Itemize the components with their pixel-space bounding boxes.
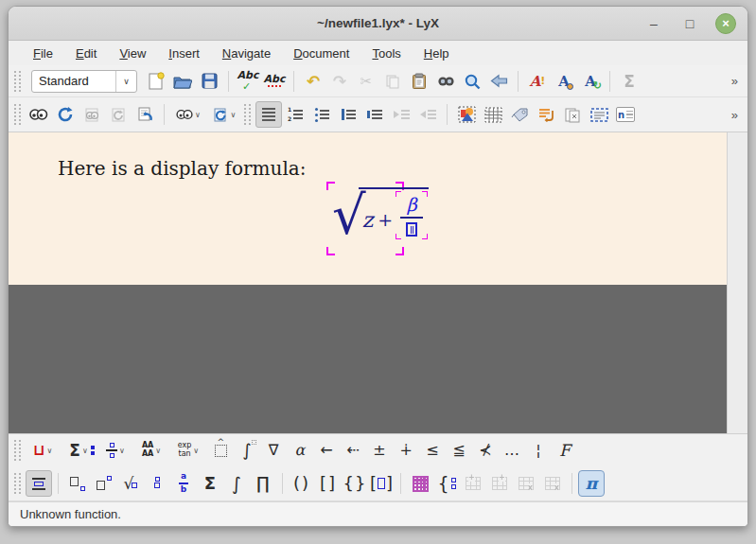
math-greek-menu[interactable]: α: [287, 437, 313, 464]
insert-label-button[interactable]: [506, 101, 533, 128]
math-operators-menu[interactable]: ±: [366, 437, 393, 464]
braces-button[interactable]: {}: [342, 470, 368, 497]
list-environment-button[interactable]: [335, 101, 361, 128]
continuous-spellcheck-button[interactable]: Abc: [261, 68, 288, 95]
math-inset[interactable]: √ z + β: [326, 182, 404, 255]
math-functions-menu[interactable]: exp tan ∨: [169, 437, 207, 464]
toolbar-overflow-button[interactable]: »: [726, 74, 744, 88]
save-document-button[interactable]: [196, 68, 222, 95]
menu-help[interactable]: Help: [414, 44, 459, 63]
empty-placeholder-box[interactable]: [406, 222, 417, 237]
paragraph-style-select[interactable]: Standard ∨: [31, 70, 137, 93]
menu-document[interactable]: Document: [284, 44, 359, 63]
bullet-list-button[interactable]: [308, 101, 335, 128]
insert-graphics-button[interactable]: [453, 101, 480, 128]
math-decorations-menu[interactable]: ^: [207, 437, 234, 464]
open-document-button[interactable]: [169, 68, 196, 95]
labeling-environment-button[interactable]: [361, 101, 388, 128]
math-ams-operators-menu[interactable]: ∔: [393, 437, 419, 464]
add-row-button[interactable]: +: [460, 470, 486, 497]
display-formula-toggle[interactable]: [26, 470, 52, 497]
document-paragraph[interactable]: Here is a display formula:: [58, 157, 306, 180]
add-column-button[interactable]: +: [486, 470, 513, 497]
copy-button[interactable]: [379, 68, 406, 95]
toolbar-drag-handle[interactable]: [14, 104, 21, 125]
math-big-operators-menu[interactable]: ∫: [234, 437, 260, 464]
toolbar-drag-handle[interactable]: [14, 71, 21, 92]
insert-cases-button[interactable]: {: [433, 470, 460, 497]
search-button[interactable]: [459, 68, 485, 95]
menu-navigate[interactable]: Navigate: [213, 44, 280, 63]
cut-button[interactable]: ✂: [353, 68, 379, 95]
insert-table-button[interactable]: [480, 101, 506, 128]
subscript-button[interactable]: [64, 470, 91, 497]
titlebar[interactable]: ~/newfile1.lyx* - LyX – □ ×: [9, 7, 747, 41]
delimiters-dialog-button[interactable]: [ ]: [368, 470, 395, 497]
insert-box-button[interactable]: [586, 101, 612, 128]
integral-button[interactable]: ∫: [223, 470, 250, 497]
fraction-button[interactable]: ab: [170, 470, 197, 497]
math-sum-limits-menu[interactable]: Σ ∨: [60, 437, 97, 464]
cancel-export-button[interactable]: [132, 101, 158, 128]
apply-text-style-button[interactable]: A ↻: [577, 68, 604, 95]
math-delimiters-menu[interactable]: ¦: [525, 437, 552, 464]
update-master-button[interactable]: [105, 101, 132, 128]
insert-float-button[interactable]: [559, 101, 586, 128]
find-replace-button[interactable]: [432, 68, 459, 95]
math-space-menu[interactable]: ⊔ ∨: [26, 437, 60, 464]
increase-depth-button[interactable]: [388, 101, 414, 128]
math-dashed-arrows-menu[interactable]: ⇠: [340, 437, 366, 464]
math-misc-operators-menu[interactable]: ∇: [260, 437, 287, 464]
menu-edit[interactable]: Edit: [66, 44, 106, 63]
product-button[interactable]: ∏: [250, 470, 276, 497]
superscript-button[interactable]: [91, 470, 117, 497]
redo-button[interactable]: ↷: [326, 68, 353, 95]
nth-root-button[interactable]: [144, 470, 170, 497]
toolbar-overflow-button[interactable]: »: [726, 108, 744, 122]
math-ams-relations-menu[interactable]: ≦: [446, 437, 472, 464]
toolbar-drag-handle[interactable]: [244, 104, 251, 125]
view-master-button[interactable]: [79, 101, 105, 128]
insert-note-button[interactable]: n: [612, 101, 639, 128]
parentheses-button[interactable]: (): [289, 470, 315, 497]
toggle-emphasis-button[interactable]: A!: [524, 68, 551, 95]
view-other-formats-button[interactable]: ∨: [170, 101, 206, 128]
paste-button[interactable]: [406, 68, 432, 95]
brackets-button[interactable]: []: [315, 470, 342, 497]
vertical-scrollbar[interactable]: [727, 132, 747, 433]
toolbar-drag-handle[interactable]: [14, 473, 21, 494]
math-relations-menu[interactable]: ≤: [419, 437, 446, 464]
toolbar-drag-handle[interactable]: [14, 440, 21, 461]
insert-matrix-button[interactable]: [407, 470, 433, 497]
close-button[interactable]: ×: [715, 13, 736, 34]
menu-tools[interactable]: Tools: [362, 44, 410, 63]
chevron-down-icon[interactable]: ∨: [115, 71, 136, 92]
math-panel-toggle[interactable]: π: [578, 470, 605, 497]
math-frame-menu[interactable]: F: [552, 437, 578, 464]
decrease-depth-button[interactable]: [414, 101, 441, 128]
math-font-style-menu[interactable]: AA AA ∨: [133, 437, 169, 464]
update-other-formats-button[interactable]: ∨: [206, 101, 242, 128]
menu-view[interactable]: View: [110, 44, 155, 63]
navigate-back-button[interactable]: [485, 68, 512, 95]
insert-math-button[interactable]: Σ: [616, 68, 642, 95]
document-page[interactable]: Here is a display formula: √ z +: [9, 132, 727, 285]
sum-button[interactable]: Σ: [197, 470, 223, 497]
toggle-noun-button[interactable]: A: [551, 68, 577, 95]
minimize-button[interactable]: –: [643, 13, 664, 34]
update-button[interactable]: [52, 101, 79, 128]
delete-column-button[interactable]: x: [539, 470, 566, 497]
menu-insert[interactable]: Insert: [159, 44, 209, 63]
paragraph-justified-button[interactable]: [255, 101, 282, 128]
numbered-list-button[interactable]: 12: [282, 101, 308, 128]
math-arrows-menu[interactable]: ←: [313, 437, 340, 464]
new-document-button[interactable]: [143, 68, 169, 95]
insert-cross-reference-button[interactable]: [533, 101, 559, 128]
maximize-button[interactable]: □: [679, 13, 700, 34]
math-dots-menu[interactable]: …: [499, 437, 525, 464]
square-root-button[interactable]: √: [117, 470, 144, 497]
delete-row-button[interactable]: x: [513, 470, 539, 497]
view-button[interactable]: [26, 101, 52, 128]
math-negative-relations-menu[interactable]: ⊀: [472, 437, 499, 464]
undo-button[interactable]: ↶: [300, 68, 326, 95]
